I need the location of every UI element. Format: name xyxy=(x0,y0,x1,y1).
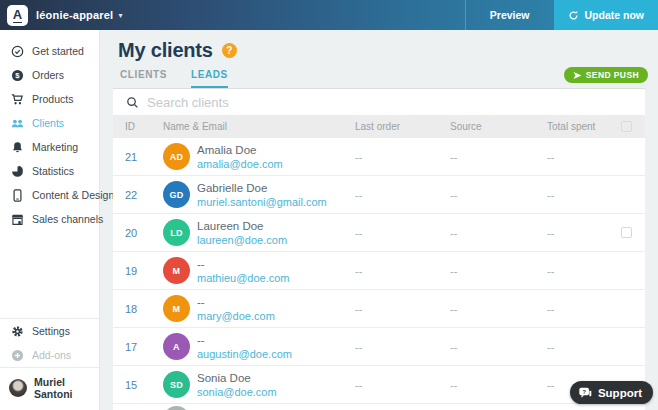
people-icon xyxy=(11,117,24,130)
chat-bubble-icon: ? xyxy=(578,386,592,400)
name-email-cell: -- mary@doe.com xyxy=(197,295,355,323)
sidebar: Get started $ Orders Products Clients Ma… xyxy=(0,30,100,410)
last-order-cell: -- xyxy=(355,341,450,353)
sidebar-item-label: Products xyxy=(32,93,73,105)
sidebar-item-products[interactable]: Products xyxy=(0,87,99,111)
support-button[interactable]: ? Support xyxy=(570,381,653,404)
topbar: A léonie-apparel ▾ Preview Update now xyxy=(0,0,658,30)
sidebar-item-settings[interactable]: Settings xyxy=(0,319,99,343)
total-spent-cell: -- xyxy=(547,189,621,201)
name-email-cell: Laureen Doe laureen@doe.com xyxy=(197,219,355,247)
update-now-button[interactable]: Update now xyxy=(554,0,658,30)
lead-name: Amalia Doe xyxy=(197,143,355,157)
sidebar-item-content-design[interactable]: Content & Design xyxy=(0,183,99,207)
last-order-cell: -- xyxy=(355,227,450,239)
help-icon[interactable]: ? xyxy=(222,43,237,58)
source-cell: -- xyxy=(450,151,547,163)
lead-name: Laureen Doe xyxy=(197,219,355,233)
name-email-cell: Gabrielle Doe muriel.santoni@gmail.com xyxy=(197,181,355,209)
table-row[interactable]: 17 A -- augustin@doe.com -- -- -- xyxy=(113,328,645,366)
avatar: SD xyxy=(163,371,190,398)
sidebar-item-sales-channels[interactable]: Sales channels xyxy=(0,207,99,231)
last-order-cell: -- xyxy=(355,265,450,277)
sidebar-item-clients[interactable]: Clients xyxy=(0,111,99,135)
name-email-cell: Amalia Doe amalia@doe.com xyxy=(197,143,355,171)
column-header-source: Source xyxy=(450,121,547,132)
lead-id: 21 xyxy=(125,151,163,163)
avatar: AD xyxy=(163,143,190,170)
lead-email-link[interactable]: augustin@doe.com xyxy=(197,347,355,361)
total-spent-cell: -- xyxy=(547,341,621,353)
refresh-icon xyxy=(568,10,579,21)
source-cell: -- xyxy=(450,379,547,391)
lead-id: 19 xyxy=(125,265,163,277)
tab-clients[interactable]: CLIENTS xyxy=(120,69,167,88)
lead-email-link[interactable]: mathieu@doe.com xyxy=(197,271,355,285)
column-header-name-email: Name & Email xyxy=(163,121,355,132)
sidebar-user[interactable]: Muriel Santoni xyxy=(0,368,99,410)
avatar: M xyxy=(163,295,190,322)
page-title: My clients xyxy=(118,39,213,62)
lead-name: -- xyxy=(197,333,355,347)
table-row[interactable]: 18 M -- mary@doe.com -- -- -- xyxy=(113,290,645,328)
table-row[interactable]: 19 M -- mathieu@doe.com -- -- -- xyxy=(113,252,645,290)
lead-email-link[interactable]: mary@doe.com xyxy=(197,309,355,323)
sidebar-item-label: Sales channels xyxy=(32,213,103,225)
select-all-checkbox[interactable] xyxy=(621,121,632,132)
total-spent-cell: -- xyxy=(547,265,621,277)
send-push-label: SEND PUSH xyxy=(586,70,639,80)
preview-button[interactable]: Preview xyxy=(465,0,554,30)
sidebar-item-label: Settings xyxy=(32,325,70,337)
sidebar-item-statistics[interactable]: Statistics xyxy=(0,159,99,183)
column-header-last-order: Last order xyxy=(355,121,450,132)
user-avatar xyxy=(9,379,27,397)
clients-table-card: ID Name & Email Last order Source Total … xyxy=(113,88,645,410)
sidebar-item-marketing[interactable]: Marketing xyxy=(0,135,99,159)
lead-email-link[interactable]: sonia@doe.com xyxy=(197,385,355,399)
name-email-cell: -- augustin@doe.com xyxy=(197,333,355,361)
update-now-label: Update now xyxy=(585,9,645,21)
row-checkbox[interactable] xyxy=(621,227,632,238)
avatar: LD xyxy=(163,219,190,246)
lead-id: 15 xyxy=(125,379,163,391)
table-row[interactable]: 15 SD Sonia Doe sonia@doe.com -- -- -- xyxy=(113,366,645,404)
send-push-button[interactable]: SEND PUSH xyxy=(564,67,648,83)
avatar: A xyxy=(163,333,190,360)
search-icon xyxy=(126,96,139,109)
app-logo: A xyxy=(7,5,28,26)
lead-name: -- xyxy=(197,257,355,271)
lead-name: -- xyxy=(197,295,355,309)
search-input[interactable] xyxy=(147,95,632,110)
sidebar-item-label: Get started xyxy=(32,45,84,57)
sidebar-item-orders[interactable]: $ Orders xyxy=(0,63,99,87)
sidebar-item-label: Add-ons xyxy=(32,349,71,361)
sidebar-item-label: Clients xyxy=(32,117,64,129)
lead-id: 22 xyxy=(125,189,163,201)
column-header-id: ID xyxy=(125,121,163,132)
store-switcher[interactable]: léonie-apparel ▾ xyxy=(36,9,122,21)
lead-id: 18 xyxy=(125,303,163,315)
pie-chart-icon xyxy=(11,165,24,178)
lead-email-link[interactable]: laureen@doe.com xyxy=(197,233,355,247)
main-header: My clients ? CLIENTS LEADS SEND PUSH xyxy=(100,30,658,88)
source-cell: -- xyxy=(450,227,547,239)
lead-name: Sonia Doe xyxy=(197,371,355,385)
sidebar-item-add-ons[interactable]: Add-ons xyxy=(0,343,99,367)
paper-plane-icon xyxy=(573,71,582,80)
chevron-down-icon: ▾ xyxy=(118,11,122,20)
table-row[interactable]: 21 AD Amalia Doe amalia@doe.com -- -- -- xyxy=(113,138,645,176)
cart-icon xyxy=(11,93,24,106)
user-name: Muriel Santoni xyxy=(34,376,90,400)
table-row[interactable]: 20 LD Laureen Doe laureen@doe.com -- -- … xyxy=(113,214,645,252)
last-order-cell: -- xyxy=(355,303,450,315)
main-content: My clients ? CLIENTS LEADS SEND PUSH ID … xyxy=(100,30,658,410)
tab-leads[interactable]: LEADS xyxy=(191,69,228,88)
lead-email-link[interactable]: amalia@doe.com xyxy=(197,157,355,171)
sidebar-item-label: Statistics xyxy=(32,165,74,177)
lead-email-link[interactable]: muriel.santoni@gmail.com xyxy=(197,195,355,209)
table-row[interactable]: 22 GD Gabrielle Doe muriel.santoni@gmail… xyxy=(113,176,645,214)
name-email-cell: Sonia Doe sonia@doe.com xyxy=(197,371,355,399)
last-order-cell: -- xyxy=(355,151,450,163)
table-row-partial xyxy=(113,404,645,410)
sidebar-item-get-started[interactable]: Get started xyxy=(0,39,99,63)
